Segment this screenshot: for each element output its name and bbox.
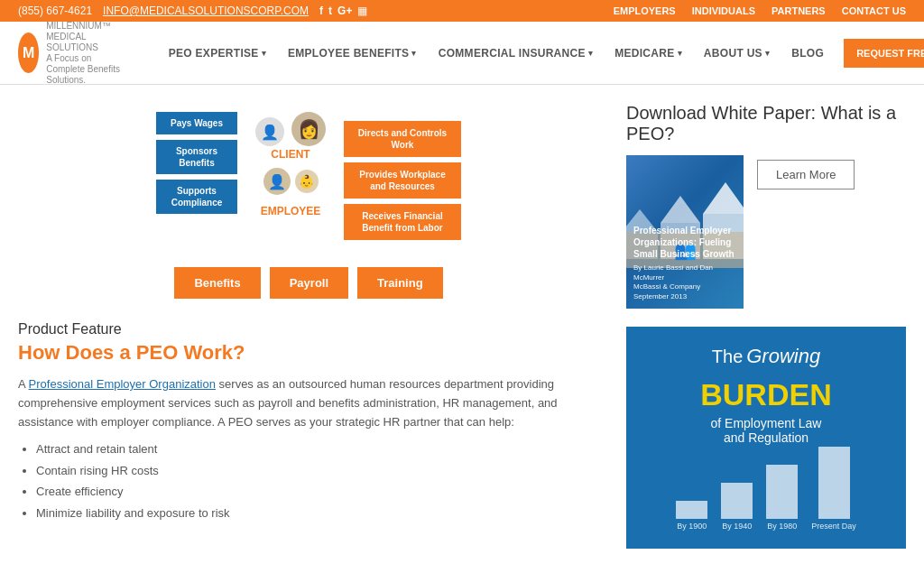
left-column: Pays Wages Sponsors Benefits Supports Co… (18, 103, 599, 549)
burden-title-top: The (712, 347, 743, 366)
feature-bullets: Attract and retain talent Contain rising… (18, 440, 599, 522)
nav-commercial-insurance[interactable]: COMMERCIAL INSURANCE▾ (428, 22, 604, 85)
burden-bar-1940-bar (721, 483, 753, 519)
burden-card: The Growing BURDEN of Employment Law and… (626, 327, 906, 549)
diag-sponsors-benefits: Sponsors Benefits (156, 140, 237, 174)
product-feature-subheading: How Does a PEO Work? (18, 341, 599, 365)
white-paper-card: 👥 Professional Employer Organizations: F… (626, 155, 906, 309)
bullet-2: Contain rising HR costs (36, 462, 599, 480)
logo-text: MILLENNIUM™MEDICAL SOLUTIONS A Focus on … (46, 21, 130, 86)
diag-directs-controls: Directs and Controls Work (344, 121, 461, 157)
diagram-right-boxes: Directs and Controls Work Provides Workp… (344, 121, 461, 240)
burden-bar-present-label: Present Day (811, 522, 856, 531)
main-nav: M MILLENNIUM™MEDICAL SOLUTIONS A Focus o… (0, 22, 924, 85)
diag-pays-wages: Pays Wages (156, 112, 237, 134)
nav-links: PEO EXPERTISE▾ EMPLOYEE BENEFITS▾ COMMER… (158, 22, 835, 85)
social-links: f t G+ ▦ (319, 5, 367, 17)
burden-bar-1980-label: By 1980 (767, 522, 797, 531)
rss-icon[interactable]: ▦ (357, 5, 367, 17)
burden-bar-1980: By 1980 (766, 465, 798, 531)
top-bar: (855) 667-4621 INFO@MEDICALSOLUTIONSCORP… (0, 0, 924, 22)
burden-growing: Growing (746, 345, 820, 367)
twitter-icon[interactable]: t (328, 5, 332, 17)
diag-provides-workplace: Provides Workplace and Resources (344, 162, 461, 199)
action-buttons: Benefits Payroll Training (18, 267, 599, 299)
product-feature-body: A Professional Employer Organization ser… (18, 375, 599, 431)
individuals-link[interactable]: INDIVIDUALS (692, 5, 755, 16)
burden-bar-1940-label: By 1940 (722, 522, 752, 531)
burden-bar-1900-label: By 1900 (677, 522, 707, 531)
download-section: Download White Paper: What is a PEO? (626, 103, 906, 309)
bullet-3: Create efficiency (36, 483, 599, 501)
product-feature: Product Feature How Does a PEO Work? A P… (18, 321, 599, 543)
nav-blog[interactable]: BLOG (781, 22, 835, 85)
burden-main: BURDEN (700, 377, 831, 412)
diagram-wrapper: Pays Wages Sponsors Benefits Supports Co… (27, 112, 590, 240)
diag-supports-compliance: Supports Compliance (156, 180, 237, 214)
white-paper-image: 👥 Professional Employer Organizations: F… (626, 155, 744, 309)
employers-link[interactable]: EMPLOYERS (614, 5, 676, 16)
right-column: Download White Paper: What is a PEO? (626, 103, 906, 549)
burden-bar-1980-bar (766, 465, 798, 519)
burden-subtitle: of Employment Law and Regulation (711, 416, 822, 445)
client-label: CLIENT (271, 148, 310, 161)
peo-link[interactable]: Professional Employer Organization (29, 377, 216, 391)
logo: M MILLENNIUM™MEDICAL SOLUTIONS A Focus o… (18, 21, 131, 86)
wp-title: Professional Employer Organizations: Fue… (633, 225, 736, 260)
burden-bar-1900-bar (676, 501, 707, 519)
facebook-icon[interactable]: f (319, 5, 323, 17)
burden-bar-present: Present Day (811, 447, 856, 531)
nav-medicare[interactable]: Medicare▾ (604, 22, 693, 85)
diag-receives-financial: Receives Financial Benefit from Labor (344, 204, 461, 240)
bullet-4: Minimize liability and exposure to risk (36, 504, 599, 522)
employee-label: EMPLOYEE (261, 205, 321, 217)
burden-chart: By 1900 By 1940 By 1980 Present Day (644, 458, 888, 531)
payroll-button[interactable]: Payroll (270, 267, 348, 299)
training-button[interactable]: Training (357, 267, 443, 299)
download-heading: Download White Paper: What is a PEO? (626, 103, 906, 144)
peo-diagram: Pays Wages Sponsors Benefits Supports Co… (18, 103, 599, 249)
burden-bar-1900: By 1900 (676, 501, 707, 531)
logo-icon: M (18, 32, 39, 73)
benefits-button[interactable]: Benefits (174, 267, 260, 299)
request-demo-button[interactable]: REQUEST FREE DEMO (844, 39, 924, 68)
contact-us-link[interactable]: CONTACT US (842, 5, 906, 16)
company-tagline: A Focus on Complete Benefits Solutions. (46, 53, 130, 86)
learn-more-button[interactable]: Learn More (757, 160, 855, 189)
wp-authors: By Laurie Bassi and Dan McMurrer McBassi… (633, 263, 736, 301)
partners-link[interactable]: PARTNERS (772, 5, 826, 16)
company-name: MILLENNIUM™MEDICAL SOLUTIONS (46, 21, 130, 53)
top-bar-right: EMPLOYERS INDIVIDUALS PARTNERS CONTACT U… (614, 5, 906, 16)
top-bar-left: (855) 667-4621 INFO@MEDICALSOLUTIONSCORP… (18, 5, 367, 17)
googleplus-icon[interactable]: G+ (337, 5, 352, 17)
phone-number[interactable]: (855) 667-4621 (18, 5, 92, 17)
product-feature-heading: Product Feature (18, 321, 599, 337)
nav-employee-benefits[interactable]: EMPLOYEE BENEFITS▾ (277, 22, 428, 85)
diagram-left-boxes: Pays Wages Sponsors Benefits Supports Co… (156, 112, 237, 214)
email-link[interactable]: INFO@MEDICALSOLUTIONSCORP.COM (103, 5, 309, 17)
burden-bar-1940: By 1940 (721, 483, 753, 531)
content-area: Pays Wages Sponsors Benefits Supports Co… (0, 85, 924, 567)
burden-bar-present-bar (818, 447, 850, 519)
nav-about-us[interactable]: ABOUT US▾ (693, 22, 781, 85)
nav-peo-expertise[interactable]: PEO EXPERTISE▾ (158, 22, 277, 85)
bullet-1: Attract and retain talent (36, 440, 599, 458)
